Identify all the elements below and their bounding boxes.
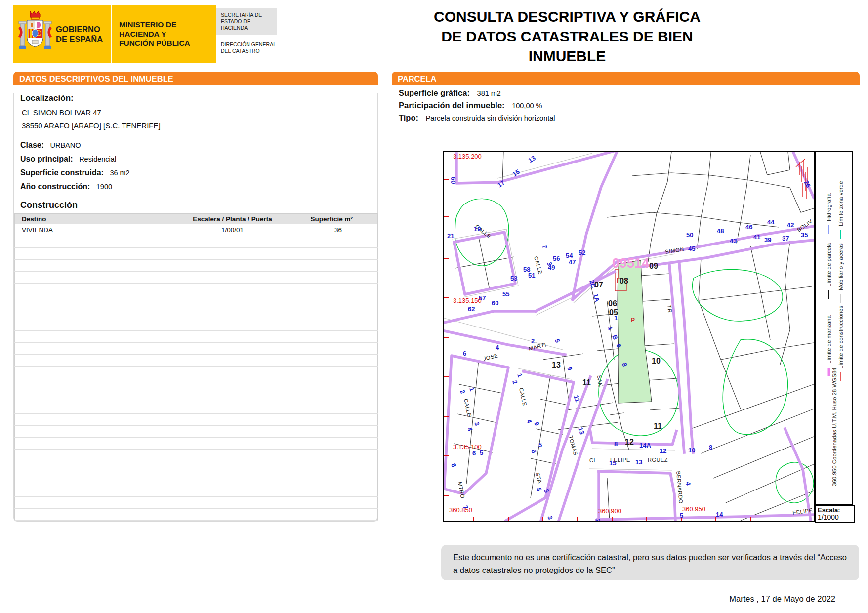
map-label: 2 bbox=[531, 337, 535, 345]
map-label: 11 bbox=[654, 422, 662, 430]
table-row bbox=[15, 473, 378, 485]
map-label: 14A bbox=[639, 442, 651, 449]
table-cell bbox=[167, 450, 298, 461]
field-superficie-construida: Superficie construida: 36 m2 bbox=[20, 168, 377, 177]
table-row bbox=[15, 461, 378, 473]
address-line-1: CL SIMON BOLIVAR 47 bbox=[22, 108, 377, 117]
map-label: 45 bbox=[688, 245, 695, 252]
column-header-superficie: Superficie m² bbox=[298, 214, 378, 225]
table-cell bbox=[167, 438, 298, 450]
header-bold: INMUEBLE bbox=[131, 74, 173, 83]
table-row bbox=[15, 284, 378, 295]
table-row bbox=[15, 260, 378, 272]
map-label: 43 bbox=[730, 237, 737, 245]
table-cell bbox=[298, 355, 378, 367]
field-ano-construccion: Año construcción: 1900 bbox=[20, 182, 377, 191]
scale-box: Escala: 1/1000 bbox=[815, 505, 855, 523]
table-cell bbox=[167, 497, 298, 509]
header-prefix: DATOS DESCRIPTIVOS DEL bbox=[19, 74, 131, 83]
table-cell bbox=[298, 236, 378, 248]
legend-item-label: Límite de manzana bbox=[826, 315, 832, 364]
table-cell bbox=[298, 367, 378, 378]
map-label: 8 bbox=[709, 444, 712, 451]
ministerio-label: MINISTERIO DE HACIENDA Y FUNCIÓN PÚBLICA bbox=[112, 20, 203, 48]
map-legend: HidrografíaLímite zona verdeLímite de pa… bbox=[815, 151, 853, 505]
table-cell bbox=[15, 414, 167, 426]
table-cell bbox=[15, 497, 167, 509]
table-cell bbox=[298, 295, 378, 307]
table-cell bbox=[167, 248, 298, 260]
ministerio-section: MINISTERIO DE HACIENDA Y FUNCIÓN PÚBLICA bbox=[112, 5, 216, 63]
table-cell bbox=[15, 473, 167, 485]
field-label: Superficie gráfica: bbox=[399, 88, 470, 97]
table-header-row: Destino Escalera / Planta / Puerta Super… bbox=[15, 214, 378, 225]
table-cell bbox=[298, 426, 378, 438]
map-label: 12 bbox=[625, 438, 634, 446]
table-cell bbox=[15, 509, 167, 521]
field-tipo: Tipo: Parcela construida sin división ho… bbox=[399, 113, 860, 123]
table-cell bbox=[15, 295, 167, 307]
table-cell bbox=[298, 307, 378, 319]
map-label: 3.135.150 bbox=[453, 297, 482, 304]
table-cell: 1/00/01 bbox=[167, 224, 298, 236]
table-cell bbox=[298, 272, 378, 284]
disclaimer-note: Este documento no es una certificación c… bbox=[441, 545, 859, 580]
map-label: 62 bbox=[468, 305, 475, 313]
field-value: URBANO bbox=[50, 141, 81, 149]
map-label: 13 bbox=[635, 458, 642, 466]
table-row bbox=[15, 343, 378, 355]
field-label: Participación del inmueble: bbox=[399, 101, 505, 110]
table-cell bbox=[167, 331, 298, 343]
map-label: 52 bbox=[579, 249, 585, 256]
table-cell bbox=[15, 485, 167, 497]
construccion-table: Destino Escalera / Planta / Puerta Super… bbox=[14, 213, 378, 521]
map-label: I bbox=[617, 277, 618, 284]
map-label: 50 bbox=[686, 231, 693, 239]
gobierno-line: DE ESPAÑA bbox=[56, 34, 103, 44]
table-cell bbox=[298, 319, 378, 331]
title-line-2: DE DATOS CATASTRALES DE BIEN INMUEBLE bbox=[416, 27, 718, 66]
map-label: 47 bbox=[569, 258, 576, 266]
map-label: 8 bbox=[614, 440, 618, 448]
map-label: SAN bbox=[596, 375, 603, 387]
table-cell bbox=[167, 272, 298, 284]
gobierno-section: GOBIERNO DE ESPAÑA bbox=[13, 5, 111, 63]
table-row bbox=[15, 295, 378, 307]
table-cell: 36 bbox=[298, 224, 378, 236]
map-label: 360.900 bbox=[598, 507, 621, 515]
construccion-title: Construcción bbox=[20, 200, 377, 210]
datos-descriptivos-body: Localización: CL SIMON BOLIVAR 47 38550 … bbox=[13, 93, 378, 522]
legend-item-label: Límite zona verde bbox=[838, 181, 844, 226]
parcela-header-label: PARCELA bbox=[398, 74, 437, 83]
table-cell bbox=[15, 236, 167, 248]
table-cell bbox=[15, 461, 167, 473]
table-cell bbox=[167, 260, 298, 272]
map-legend-svg: HidrografíaLímite zona verdeLímite de pa… bbox=[816, 152, 852, 504]
table-cell bbox=[15, 450, 167, 461]
table-cell bbox=[167, 509, 298, 521]
map-label: 11 bbox=[582, 378, 591, 387]
document-title: CONSULTA DESCRIPTIVA Y GRÁFICA DE DATOS … bbox=[416, 7, 718, 81]
table-row bbox=[15, 319, 378, 331]
map-label: 3.135.100 bbox=[453, 443, 482, 450]
field-value: 36 m2 bbox=[110, 169, 129, 177]
map-label: 14 bbox=[716, 511, 723, 518]
map-label: 10 bbox=[652, 357, 661, 365]
table-cell bbox=[167, 485, 298, 497]
government-logo-block: GOBIERNO DE ESPAÑA MINISTERIO DE HACIEND… bbox=[13, 5, 216, 63]
table-cell bbox=[15, 307, 167, 319]
map-label: 53 bbox=[510, 275, 517, 282]
map-label: 6 bbox=[472, 450, 476, 457]
map-label: 5 bbox=[480, 449, 483, 456]
map-label: 09 bbox=[649, 262, 658, 270]
table-row bbox=[15, 450, 378, 461]
map-label: CL bbox=[589, 457, 597, 463]
column-header-destino: Destino bbox=[15, 214, 167, 225]
spain-coat-of-arms-icon bbox=[17, 10, 53, 58]
table-cell bbox=[167, 236, 298, 248]
gobierno-label: GOBIERNO DE ESPAÑA bbox=[56, 24, 103, 44]
table-cell bbox=[167, 390, 298, 402]
field-label: Uso principal: bbox=[20, 155, 73, 163]
table-cell bbox=[298, 390, 378, 402]
map-label: 41 bbox=[753, 233, 760, 241]
